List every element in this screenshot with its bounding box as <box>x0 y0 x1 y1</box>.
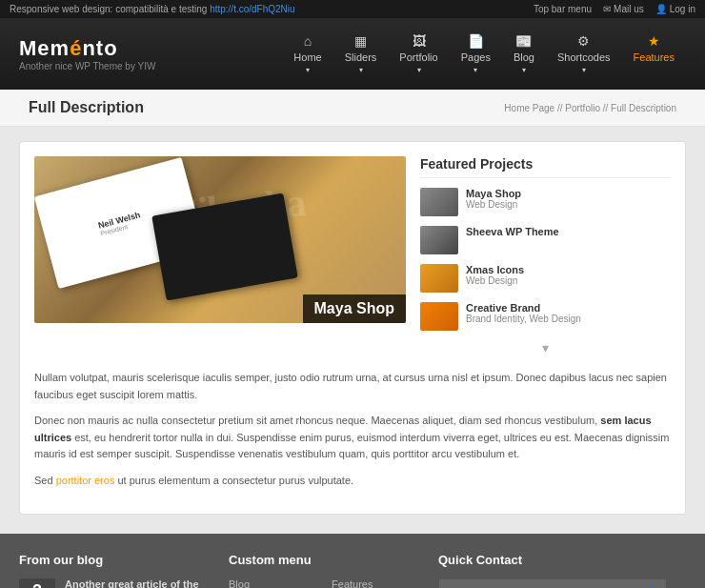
featured-item-cat-2: Web Design <box>466 275 524 286</box>
menu-cols: Blog Pages Testimonials Sliders Support … <box>229 578 419 588</box>
mail-us-link[interactable]: ✉ Mail us <box>603 4 644 14</box>
footer-menu-col: Custom menu Blog Pages Testimonials Slid… <box>229 553 438 588</box>
featured-item-2: Xmas Icons Web Design <box>420 264 671 293</box>
sliders-icon: ▦ <box>354 33 367 49</box>
nav-blog[interactable]: 📰 Blog ▾ <box>502 26 546 82</box>
footer-contact-title: Quick Contact <box>438 553 667 567</box>
featured-item-name-2[interactable]: Xmas Icons <box>466 264 524 275</box>
featured-scroll-down[interactable]: ▾ <box>420 340 671 355</box>
pages-icon: 📄 <box>468 33 484 49</box>
featured-item-0: Maya Shop Web Design <box>420 188 671 216</box>
nav-pages[interactable]: 📄 Pages ▾ <box>450 26 502 82</box>
top-bar-link[interactable]: http://t.co/dFhQ2Niu <box>210 4 295 14</box>
featured-thumb-maya <box>420 188 458 216</box>
footer: From our blog 2 May 2012 Another great a… <box>0 534 705 588</box>
logo-title: Meménto <box>19 36 155 61</box>
top-bar-right: Top bar menu ✉ Mail us 👤 Log in <box>534 4 695 14</box>
login-link[interactable]: 👤 Log in <box>655 4 695 14</box>
footer-blog-title: From our blog <box>19 553 210 567</box>
main-nav: ⌂ Home ▾ ▦ Sliders ▾ 🖼 Portfolio ▾ 📄 Pag… <box>282 26 686 82</box>
logo-area: Meménto Another nice WP Theme by YIW <box>19 36 155 71</box>
nav-sliders[interactable]: ▦ Sliders ▾ <box>333 26 389 82</box>
featured-item-3: Creative Brand Brand Identity, Web Desig… <box>420 302 671 331</box>
blog-day-0: 2 <box>25 582 50 588</box>
features-icon: ★ <box>648 33 660 49</box>
footer-row: From our blog 2 May 2012 Another great a… <box>19 553 686 588</box>
name-input-wrapper: 👤 <box>438 578 667 588</box>
featured-thumb-creative <box>420 302 458 331</box>
article-para-3: Sed porttitor eros ut purus elementum a … <box>34 473 671 490</box>
article-link[interactable]: porttitor eros <box>56 475 115 486</box>
page-title: Full Description <box>29 99 144 116</box>
top-bar: Responsive web design: compatibilità e t… <box>0 0 705 18</box>
header: Meménto Another nice WP Theme by YIW ⌂ H… <box>0 18 705 90</box>
featured-projects-title: Featured Projects <box>420 156 671 178</box>
portfolio-overlay-label: Maya Shop <box>303 294 406 323</box>
footer-blog-col: From our blog 2 May 2012 Another great a… <box>19 553 229 588</box>
portfolio-image-wrap: Silverba Neil Welsh President Maya Shop <box>34 156 406 355</box>
logo-subtitle: Another nice WP Theme by YIW <box>19 61 155 71</box>
featured-thumb-sheeva <box>420 226 458 254</box>
portfolio-row: Silverba Neil Welsh President Maya Shop … <box>34 156 671 355</box>
menu-col-2: Features Contact Portfolio Web design bl… <box>332 578 410 588</box>
featured-item-1: Sheeva WP Theme <box>420 226 671 254</box>
featured-thumb-xmas <box>420 264 458 293</box>
card-content: Neil Welsh President <box>88 200 152 246</box>
blog-post-title-0[interactable]: Another great article of the blog <box>65 578 210 588</box>
main-content: Silverba Neil Welsh President Maya Shop … <box>0 127 705 534</box>
featured-item-name-1[interactable]: Sheeva WP Theme <box>466 226 559 237</box>
article-para-2: Donec non mauris ac nulla consectetur pr… <box>34 413 671 463</box>
home-caret: ▾ <box>306 66 310 74</box>
breadcrumb: Home Page // Portfolio // Full Descripti… <box>504 103 676 113</box>
featured-item-name-0[interactable]: Maya Shop <box>466 188 521 199</box>
sliders-caret: ▾ <box>359 66 363 74</box>
article-para-1: Nullam volutpat, mauris scelerisque iacu… <box>34 370 671 403</box>
home-icon: ⌂ <box>304 33 312 49</box>
portfolio-icon: 🖼 <box>413 33 426 49</box>
blog-content-0: Another great article of the blog 2 comm… <box>65 578 210 588</box>
nav-portfolio[interactable]: 🖼 Portfolio ▾ <box>388 26 449 82</box>
top-menu-label: Top bar menu <box>534 4 592 14</box>
footer-contact-col: Quick Contact 👤 ✉ ✎ send message <box>438 553 686 588</box>
featured-item-cat-0: Web Design <box>466 199 521 210</box>
portfolio-image: Silverba Neil Welsh President Maya Shop <box>34 156 406 323</box>
featured-sidebar: Featured Projects Maya Shop Web Design S… <box>420 156 671 355</box>
content-card: Silverba Neil Welsh President Maya Shop … <box>19 141 686 515</box>
menu-item-features[interactable]: Features <box>332 578 410 588</box>
blog-post-0: 2 May 2012 Another great article of the … <box>19 578 210 588</box>
shortcodes-icon: ⚙ <box>577 33 590 49</box>
menu-col-1: Blog Pages Testimonials Sliders Support … <box>229 578 312 588</box>
nav-shortcodes[interactable]: ⚙ Shortcodes ▾ <box>546 26 622 82</box>
nav-home[interactable]: ⌂ Home ▾ <box>282 26 332 82</box>
menu-item-blog[interactable]: Blog <box>229 578 312 588</box>
pages-caret: ▾ <box>473 66 477 74</box>
top-bar-message: Responsive web design: compatibilità e t… <box>10 4 295 14</box>
shortcodes-caret: ▾ <box>582 66 586 74</box>
blog-icon: 📰 <box>515 33 532 49</box>
blog-caret: ▾ <box>522 66 526 74</box>
breadcrumb-bar: Full Description Home Page // Portfolio … <box>0 90 705 127</box>
portfolio-caret: ▾ <box>417 66 421 74</box>
footer-menu-title: Custom menu <box>229 553 419 567</box>
featured-item-name-3[interactable]: Creative Brand <box>466 302 581 314</box>
blog-date-0: 2 May 2012 <box>19 578 55 588</box>
nav-features[interactable]: ★ Features <box>622 26 686 82</box>
featured-item-cat-3: Brand Identity, Web Design <box>466 314 581 324</box>
